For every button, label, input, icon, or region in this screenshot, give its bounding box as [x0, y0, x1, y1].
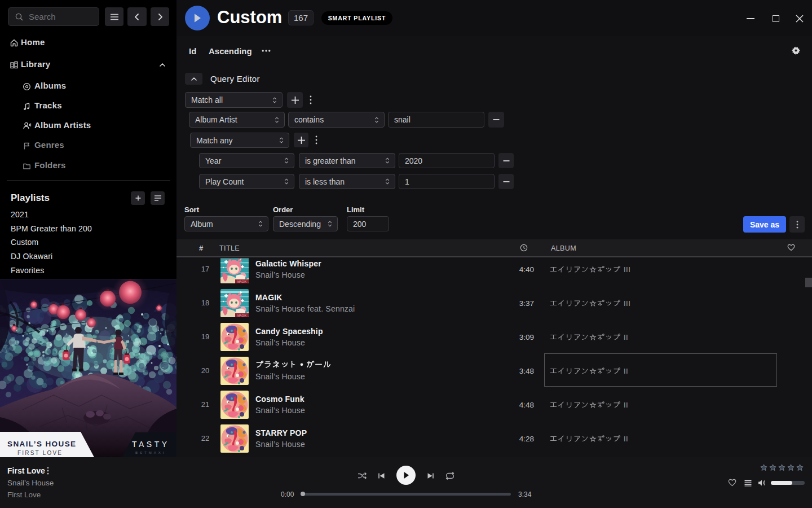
svg-text:FIRST LOVE: FIRST LOVE — [17, 450, 63, 456]
svg-text:BSTMAXI: BSTMAXI — [135, 451, 166, 454]
svg-text:MAGIK: MAGIK — [237, 280, 247, 283]
svg-text:SNAIL’S HOUSE: SNAIL’S HOUSE — [7, 440, 76, 448]
svg-text:TASTY: TASTY — [132, 440, 170, 449]
svg-text:MAGIK: MAGIK — [237, 314, 247, 317]
